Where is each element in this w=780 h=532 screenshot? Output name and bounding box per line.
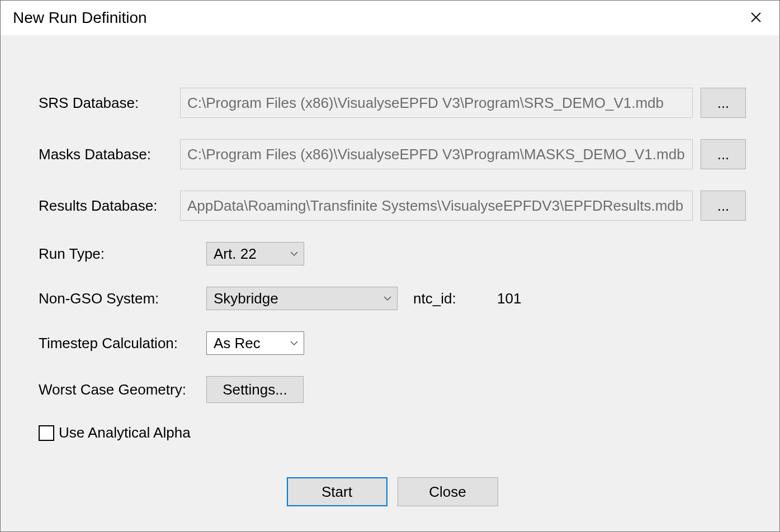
masks-database-row: Masks Database: C:\Program Files (x86)\V… — [39, 139, 746, 169]
srs-database-row: SRS Database: C:\Program Files (x86)\Vis… — [39, 88, 746, 118]
non-gso-dropdown[interactable]: Skybridge — [206, 287, 398, 310]
run-type-dropdown[interactable]: Art. 22 — [206, 242, 304, 265]
run-type-label: Run Type: — [39, 245, 206, 263]
srs-database-input[interactable]: C:\Program Files (x86)\VisualyseEPFD V3\… — [180, 88, 693, 118]
results-database-input[interactable]: AppData\Roaming\Transfinite Systems\Visu… — [180, 191, 693, 221]
close-button[interactable]: Close — [398, 477, 498, 506]
results-database-row: Results Database: AppData\Roaming\Transf… — [39, 191, 746, 221]
chevron-down-icon — [290, 341, 298, 345]
timestep-row: Timestep Calculation: As Rec — [39, 331, 746, 355]
worst-case-geometry-row: Worst Case Geometry: Settings... — [39, 376, 746, 403]
masks-database-label: Masks Database: — [39, 146, 180, 163]
run-type-row: Run Type: Art. 22 — [39, 242, 746, 265]
non-gso-label: Non-GSO System: — [39, 290, 206, 307]
dialog-button-row: Start Close — [39, 477, 746, 506]
titlebar: New Run Definition — [1, 1, 779, 35]
analytical-alpha-checkbox[interactable] — [39, 425, 54, 441]
run-type-value: Art. 22 — [214, 245, 257, 263]
srs-browse-button[interactable]: ... — [701, 88, 746, 118]
wcg-settings-button[interactable]: Settings... — [206, 376, 304, 403]
non-gso-row: Non-GSO System: Skybridge ntc_id: 101 — [39, 287, 746, 310]
timestep-value: As Rec — [214, 335, 261, 352]
timestep-label: Timestep Calculation: — [39, 335, 206, 352]
results-database-label: Results Database: — [39, 197, 180, 215]
analytical-alpha-row: Use Analytical Alpha — [39, 424, 746, 441]
wcg-label: Worst Case Geometry: — [39, 381, 206, 398]
ntc-id-value: 101 — [497, 290, 521, 307]
masks-browse-button[interactable]: ... — [701, 139, 746, 169]
results-browse-button[interactable]: ... — [701, 191, 746, 221]
start-button[interactable]: Start — [287, 477, 387, 506]
close-icon[interactable] — [745, 8, 767, 27]
non-gso-value: Skybridge — [214, 290, 278, 307]
chevron-down-icon — [290, 251, 298, 256]
dialog-title: New Run Definition — [13, 9, 147, 27]
masks-database-input[interactable]: C:\Program Files (x86)\VisualyseEPFD V3\… — [180, 139, 693, 169]
ntc-id-label: ntc_id: — [413, 290, 497, 307]
srs-database-label: SRS Database: — [39, 94, 180, 112]
timestep-dropdown[interactable]: As Rec — [206, 331, 304, 355]
chevron-down-icon — [384, 296, 391, 301]
dialog-content: SRS Database: C:\Program Files (x86)\Vis… — [1, 35, 779, 531]
new-run-definition-dialog: New Run Definition SRS Database: C:\Prog… — [0, 0, 780, 532]
analytical-alpha-label: Use Analytical Alpha — [59, 424, 191, 441]
